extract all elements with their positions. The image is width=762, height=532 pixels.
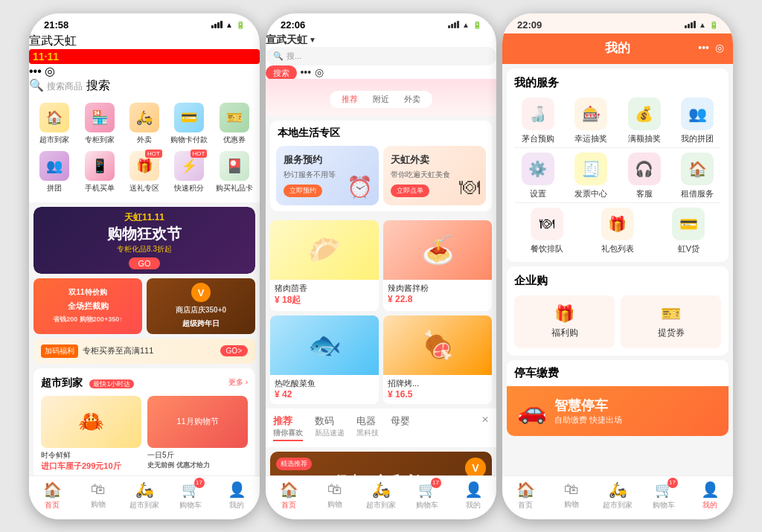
search-area[interactable]: 🔍 搜... bbox=[266, 47, 496, 65]
delivery-title-wrap: 超市到家 最快1小时达 bbox=[41, 376, 134, 390]
delivery-item-2[interactable]: 11月购物节 一日5斤 史无前例 优惠才给力 bbox=[147, 396, 248, 472]
nav-delivery[interactable]: 🛵 超市到家 bbox=[121, 481, 167, 510]
tab-appliance[interactable]: 电器 黑科技 bbox=[356, 414, 379, 441]
banner-sub-text: 专柜化品8.3折起 bbox=[107, 244, 182, 254]
service-icon-group: 👥 bbox=[681, 97, 714, 130]
mini-tab-2[interactable]: 附近 bbox=[373, 94, 389, 105]
nav-shop-p2[interactable]: 🛍 购物 bbox=[312, 481, 358, 510]
mini-tab-1[interactable]: 推荐 bbox=[342, 94, 358, 105]
cat-counter[interactable]: 🏪 专柜到家 bbox=[77, 100, 121, 148]
cat-phone-pay[interactable]: 📱 手机买单 bbox=[77, 148, 121, 196]
dropdown-icon: ▼ bbox=[309, 36, 316, 44]
phone3-time: 22:09 bbox=[517, 19, 542, 31]
service-gift-list[interactable]: 🎁 礼包列表 bbox=[585, 208, 650, 254]
service-loan[interactable]: 💳 虹V贷 bbox=[656, 208, 721, 254]
enterprise-pickup[interactable]: 🎫 提货券 bbox=[621, 295, 721, 348]
food-item-2[interactable]: 🍝 辣肉酱拌粉 ¥ 22.8 bbox=[383, 220, 492, 311]
scan-icon-p3[interactable]: ◎ bbox=[715, 42, 724, 54]
product-promo-banner[interactable]: 精选推荐 很小！音质贼好 👟 🎧 品胜（PISEN）Ai3代蓝牙耳机适用苹果华为… bbox=[270, 452, 492, 475]
nav-home-p2[interactable]: 🏠 首页 bbox=[266, 481, 312, 510]
banner-go-btn[interactable]: GO bbox=[129, 257, 159, 269]
delivery-more[interactable]: 更多 › bbox=[228, 377, 248, 388]
cat-coupon[interactable]: 🎫 优惠券 bbox=[212, 100, 257, 148]
top-banner-strip: 推荐 附近 外卖 bbox=[266, 79, 496, 116]
enterprise-welfare[interactable]: 🎁 福利购 bbox=[514, 295, 615, 348]
cat-giftcard[interactable]: 🎴 购买礼品卡 bbox=[212, 148, 257, 196]
cat-label-counter: 专柜到家 bbox=[85, 135, 115, 145]
food-info-1: 猪肉茴香 ¥ 18起 bbox=[270, 280, 379, 311]
food-item-1[interactable]: 🥟 猪肉茴香 ¥ 18起 bbox=[270, 220, 379, 311]
service-icon-full-lottery: 💰 bbox=[628, 97, 661, 130]
scan-icon[interactable]: ◎ bbox=[45, 65, 55, 77]
cat-label-phone-pay: 手机买单 bbox=[85, 183, 115, 193]
service-icon-gift-list: 🎁 bbox=[601, 208, 634, 240]
food-item-4[interactable]: 🍖 招牌烤... ¥ 16.5 bbox=[383, 315, 492, 404]
local-card-reservation[interactable]: 服务预约 秒订服务不用等 立即预约 ⏰ bbox=[276, 146, 379, 205]
service-maotai[interactable]: 🍶 茅台预购 bbox=[514, 97, 562, 144]
delivery-section: 超市到家 最快1小时达 更多 › 🦀 时令鲜鲜 进口车厘子299元10斤 11月… bbox=[33, 368, 255, 475]
delivery-grid: 🦀 时令鲜鲜 进口车厘子299元10斤 11月购物节 一日5斤 史无前例 优惠才… bbox=[41, 396, 248, 472]
nav-delivery-p2[interactable]: 🛵 超市到家 bbox=[358, 481, 404, 510]
dropdown-icon[interactable]: ▼ bbox=[80, 36, 89, 47]
more-icon-p3[interactable]: ••• bbox=[698, 42, 709, 54]
promo-left-card[interactable]: 双11特价购 全场拦截购 省钱200 购物200+350↑ bbox=[33, 278, 142, 334]
local-card-takeout[interactable]: 天虹外卖 带你吃遍天虹美食 立即点单 🍽 bbox=[383, 146, 486, 205]
search-button[interactable]: 搜索 bbox=[86, 79, 110, 92]
nav-cart-p2[interactable]: 🛒17 购物车 bbox=[404, 481, 450, 510]
nav-shop[interactable]: 🛍 购物 bbox=[75, 481, 121, 510]
service-invoice[interactable]: 🧾 发票中心 bbox=[568, 153, 615, 199]
fukli-go-btn[interactable]: GO> bbox=[220, 345, 248, 356]
service-rental[interactable]: 🏠 租借服务 bbox=[674, 153, 722, 199]
phone3-status-icons: ▲ 🔋 bbox=[685, 21, 718, 29]
tab-recommend[interactable]: 推荐 猜你喜欢 bbox=[273, 414, 303, 441]
cat-takeout[interactable]: 🛵 外卖 bbox=[122, 100, 167, 148]
tab-digital[interactable]: 数码 新品速递 bbox=[315, 414, 345, 441]
local-card-btn-1[interactable]: 立即预约 bbox=[284, 185, 322, 197]
cat-supermarket[interactable]: 🏠 超市到家 bbox=[32, 100, 77, 148]
service-support[interactable]: 🎧 客服 bbox=[621, 153, 668, 199]
more-icon[interactable]: ••• bbox=[29, 65, 42, 77]
fukli-bar[interactable]: 加码福利 专柜买券至高满111 GO> bbox=[33, 339, 255, 364]
phone3-bottom-nav: 🏠 首页 🛍 购物 🛵 超市到家 🛒17 购物车 👤 我的 bbox=[502, 475, 733, 519]
store-name[interactable]: 宣武天虹 ▼ bbox=[266, 33, 496, 47]
cat-gift[interactable]: 🎁 HOT 送礼专区 bbox=[122, 148, 167, 196]
search-button[interactable]: 搜索 bbox=[266, 65, 297, 80]
double11-banner[interactable]: 天虹11.11 购物狂欢节 专柜化品8.3折起 GO bbox=[33, 207, 255, 274]
phone1-status-icons: ▲ 🔋 bbox=[211, 21, 245, 29]
parking-banner[interactable]: 🚗 智慧停车 自助缴费 快捷出场 bbox=[507, 386, 729, 436]
delivery-item-1[interactable]: 🦀 时令鲜鲜 进口车厘子299元10斤 bbox=[41, 396, 141, 472]
nav-my-p2[interactable]: 👤 我的 bbox=[450, 481, 496, 510]
nav-my[interactable]: 👤 我的 bbox=[214, 481, 260, 510]
logo-area: 宣武天虹 ▼ 11·11 bbox=[29, 33, 260, 64]
cat-payment[interactable]: 💳 购物卡付款 bbox=[167, 100, 211, 148]
promo-right-card[interactable]: V 商店店庆350+0 超级跨年日 bbox=[147, 278, 255, 334]
nav-cart[interactable]: 🛒17 购物车 bbox=[167, 481, 214, 510]
food-item-3[interactable]: 🐟 热吃酸菜鱼 ¥ 42 bbox=[270, 315, 379, 404]
service-settings[interactable]: ⚙️ 设置 bbox=[514, 153, 562, 199]
tab-baby[interactable]: 母婴 bbox=[391, 414, 410, 441]
mini-tab-3[interactable]: 外卖 bbox=[404, 94, 420, 105]
more-icon[interactable]: ••• bbox=[300, 66, 311, 78]
close-tab-icon[interactable]: ✕ bbox=[481, 414, 489, 441]
phone3-nav-bar: 我的 ••• ◎ bbox=[502, 33, 733, 64]
service-full-lottery[interactable]: 💰 满额抽奖 bbox=[621, 97, 668, 144]
cat-points[interactable]: ⚡ HOT 快速积分 bbox=[167, 148, 211, 196]
nav-my-p3[interactable]: 👤 我的 bbox=[687, 481, 733, 510]
cat-group[interactable]: 👥 拼团 bbox=[32, 148, 77, 196]
nav-cart-p3[interactable]: 🛒17 购物车 bbox=[641, 481, 687, 510]
food-thumb-4: 🍖 bbox=[383, 315, 492, 375]
parking-banner-title: 智慧停车 bbox=[554, 397, 622, 414]
nav-home-p3[interactable]: 🏠 首页 bbox=[502, 481, 548, 510]
service-dining[interactable]: 🍽 餐饮排队 bbox=[514, 208, 579, 254]
nav-home[interactable]: 🏠 首页 bbox=[29, 481, 75, 510]
service-group[interactable]: 👥 我的拼团 bbox=[674, 97, 722, 144]
shop-icon: 🛍 bbox=[91, 481, 106, 498]
search-input-wrap[interactable]: 🔍 搜索商品 搜索 bbox=[29, 78, 260, 94]
service-icon-loan: 💳 bbox=[672, 208, 705, 240]
service-lottery[interactable]: 🎰 幸运抽奖 bbox=[568, 97, 615, 144]
local-card-btn-2[interactable]: 立即点单 bbox=[391, 185, 429, 197]
nav-delivery-p3[interactable]: 🛵 超市到家 bbox=[595, 481, 641, 510]
cat-label-group: 拼团 bbox=[47, 183, 62, 193]
scan-icon[interactable]: ◎ bbox=[315, 66, 324, 78]
nav-shop-p3[interactable]: 🛍 购物 bbox=[548, 481, 595, 510]
